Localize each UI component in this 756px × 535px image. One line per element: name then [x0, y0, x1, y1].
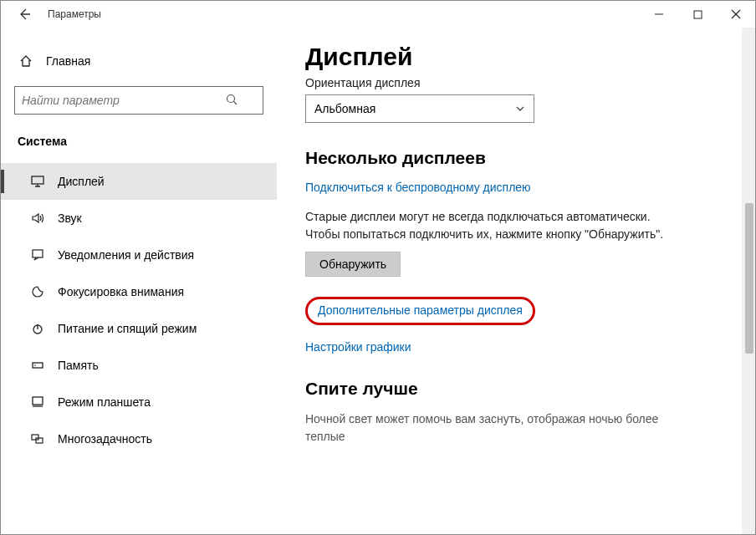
- sidebar-item-label: Фокусировка внимания: [58, 285, 184, 298]
- old-displays-text: Старые дисплеи могут не всегда подключат…: [305, 208, 665, 243]
- storage-icon: [29, 357, 46, 374]
- orientation-value: Альбомная: [314, 102, 375, 115]
- highlighted-advanced-link: Дополнительные параметры дисплея: [305, 297, 535, 325]
- svg-rect-5: [33, 363, 43, 368]
- home-label: Главная: [46, 54, 90, 68]
- maximize-button[interactable]: [678, 1, 717, 28]
- sidebar-item-notifications[interactable]: Уведомления и действия: [1, 237, 277, 273]
- svg-rect-7: [33, 397, 43, 405]
- sidebar-item-display[interactable]: Дисплей: [1, 163, 277, 200]
- svg-rect-2: [32, 176, 43, 184]
- sidebar-item-label: Уведомления и действия: [58, 248, 194, 262]
- sidebar-item-focus[interactable]: Фокусировка внимания: [1, 273, 277, 310]
- chevron-down-icon: [515, 104, 525, 114]
- advanced-display-link[interactable]: Дополнительные параметры дисплея: [318, 303, 523, 317]
- close-icon: [731, 9, 741, 19]
- sidebar-item-label: Память: [58, 359, 99, 372]
- sidebar-item-label: Режим планшета: [58, 395, 151, 409]
- orientation-label: Ориентация дисплея: [305, 76, 735, 89]
- scrollbar[interactable]: [742, 28, 755, 534]
- sidebar-item-label: Звук: [58, 211, 82, 225]
- maximize-icon: [693, 10, 702, 19]
- orientation-select[interactable]: Альбомная: [305, 94, 534, 123]
- sidebar-item-power[interactable]: Питание и спящий режим: [1, 310, 277, 347]
- svg-rect-3: [33, 250, 43, 257]
- home-icon: [18, 53, 34, 69]
- close-button[interactable]: [717, 1, 755, 28]
- svg-rect-0: [694, 11, 702, 18]
- focus-icon: [29, 283, 46, 300]
- sidebar-group-header: Система: [14, 130, 277, 163]
- page-title: Дисплей: [305, 43, 735, 71]
- scrollbar-thumb[interactable]: [745, 203, 753, 354]
- minimize-icon: [654, 9, 664, 19]
- notifications-icon: [29, 247, 46, 263]
- sidebar-item-label: Многозадачность: [58, 432, 152, 446]
- multitask-icon: [29, 431, 46, 447]
- sidebar-item-storage[interactable]: Память: [1, 347, 277, 384]
- search-input[interactable]: [14, 86, 263, 115]
- sidebar-item-multitask[interactable]: Многозадачность: [1, 420, 277, 457]
- content-pane: Дисплей Ориентация дисплея Альбомная Нес…: [285, 28, 755, 534]
- sidebar-item-label: Дисплей: [58, 175, 105, 188]
- sidebar-nav: Дисплей Звук Уведомления и действия: [1, 163, 277, 457]
- power-icon: [29, 320, 46, 337]
- sleep-better-title: Спите лучше: [305, 379, 735, 399]
- sound-icon: [29, 210, 46, 227]
- sidebar: Главная Система Дисплей: [1, 28, 285, 534]
- tablet-icon: [29, 394, 46, 410]
- svg-point-6: [34, 364, 36, 366]
- sidebar-item-label: Питание и спящий режим: [58, 322, 197, 335]
- svg-rect-9: [36, 438, 43, 443]
- display-icon: [29, 173, 46, 190]
- multi-displays-title: Несколько дисплеев: [305, 148, 735, 168]
- wireless-display-link[interactable]: Подключиться к беспроводному дисплею: [305, 181, 531, 194]
- arrow-left-icon: [18, 8, 31, 21]
- minimize-button[interactable]: [640, 1, 678, 28]
- back-button[interactable]: [16, 6, 33, 23]
- detect-button[interactable]: Обнаружить: [305, 252, 401, 277]
- window-title: Параметры: [48, 8, 101, 20]
- home-link[interactable]: Главная: [14, 48, 277, 74]
- sleep-text: Ночной свет может помочь вам заснуть, от…: [305, 410, 698, 446]
- graphics-settings-link[interactable]: Настройки графики: [305, 340, 735, 354]
- svg-rect-8: [32, 435, 38, 440]
- settings-window: Параметры Главная: [0, 0, 756, 535]
- titlebar: Параметры: [1, 1, 755, 28]
- sidebar-item-sound[interactable]: Звук: [1, 200, 277, 237]
- sidebar-item-tablet[interactable]: Режим планшета: [1, 384, 277, 420]
